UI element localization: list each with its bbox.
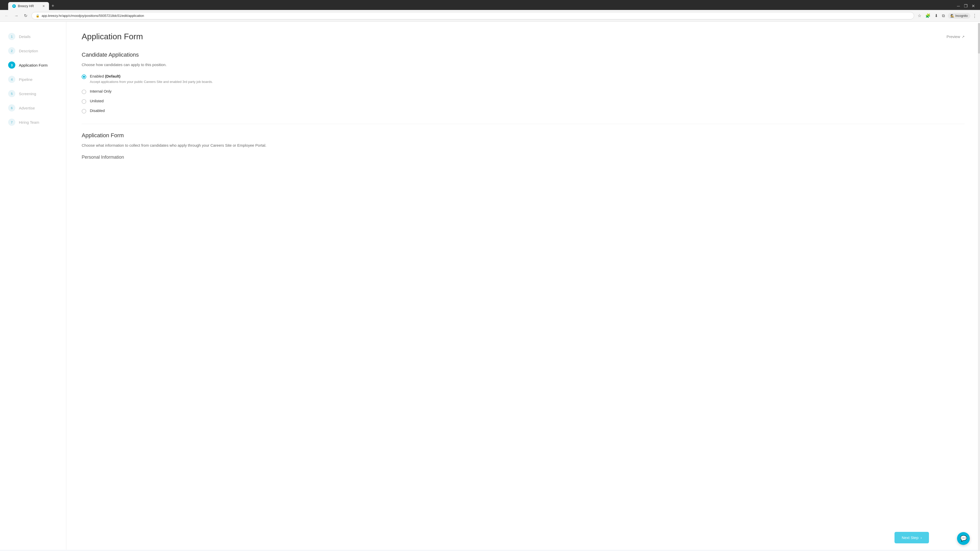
download-button[interactable]: ⬇ [934,12,939,19]
sidebar-item-screening[interactable]: 5 Screening [0,86,66,101]
url-text: app.breezy.hr/app/c/moodjoy/positions/59… [41,14,144,17]
toolbar-icons: ☆ 🧩 ⬇ ⧉ 🕵 Incognito ⋮ [917,12,977,19]
preview-link[interactable]: Preview ↗ [947,35,965,39]
application-form-description: Choose what information to collect from … [82,142,965,148]
chat-button[interactable]: 💬 [957,532,970,545]
minimize-button[interactable]: ─ [957,4,960,8]
split-button[interactable]: ⧉ [941,13,946,19]
radio-enabled[interactable]: Enabled (Default) Accept applications fr… [82,74,965,84]
browser-tab[interactable]: B Breezy HR ✕ [8,2,49,10]
step-num-7: 7 [8,119,15,126]
step-num-6: 6 [8,104,15,111]
tab-label: Breezy HR [18,4,34,8]
radio-unlisted-input[interactable] [82,99,86,104]
browser-toolbar: ← → ↻ 🔒 app.breezy.hr/app/c/moodjoy/posi… [0,10,980,22]
url-bar[interactable]: 🔒 app.breezy.hr/app/c/moodjoy/positions/… [32,12,914,19]
step-num-4: 4 [8,76,15,83]
radio-unlisted-label: Unlisted [90,99,103,103]
sidebar-item-description[interactable]: 2 Description [0,44,66,58]
radio-disabled-main: Disabled [90,108,105,113]
preview-label: Preview [947,35,960,39]
sidebar: 1 Details 2 Description 3 Application Fo… [0,22,66,550]
section-divider [82,124,965,124]
tab-close-button[interactable]: ✕ [42,4,45,8]
sidebar-label-application-form: Application Form [19,63,48,67]
browser-chrome: B Breezy HR ✕ + ─ ❐ ✕ ← → ↻ 🔒 app.breezy… [0,0,980,22]
personal-information-title: Personal Information [82,155,965,160]
default-tag: (Default) [105,74,121,78]
candidate-applications-title: Candidate Applications [82,52,965,58]
radio-unlisted-main: Unlisted [90,99,103,103]
chat-icon: 💬 [960,535,967,542]
radio-enabled-sub: Accept applications from your public Car… [90,79,213,84]
radio-internal-label: Internal Only [90,89,111,94]
sidebar-label-pipeline: Pipeline [19,77,32,82]
step-num-1: 1 [8,33,15,40]
browser-menu-button[interactable]: ⋮ [972,13,977,19]
incognito-badge[interactable]: 🕵 Incognito [948,13,970,19]
window-controls: ─ ❐ ✕ [957,3,978,8]
incognito-label: Incognito [955,14,968,17]
sidebar-label-screening: Screening [19,92,36,96]
extensions-button[interactable]: 🧩 [924,12,932,19]
radio-disabled-label: Disabled [90,108,105,113]
lock-icon: 🔒 [36,14,40,17]
application-form-title: Application Form [82,132,965,139]
browser-tabs-row: B Breezy HR ✕ + ─ ❐ ✕ [0,0,980,10]
restore-button[interactable]: ❐ [964,3,967,8]
step-num-3: 3 [8,62,15,68]
bookmark-button[interactable]: ☆ [917,12,922,19]
back-button[interactable]: ← [3,13,10,19]
sidebar-item-advertise[interactable]: 6 Advertise [0,101,66,115]
step-num-2: 2 [8,47,15,54]
close-window-button[interactable]: ✕ [972,3,975,8]
sidebar-item-hiring-team[interactable]: 7 Hiring Team [0,115,66,129]
incognito-icon: 🕵 [950,14,954,17]
sidebar-label-advertise: Advertise [19,106,35,110]
sidebar-item-application-form[interactable]: 3 Application Form [0,58,66,72]
sidebar-label-hiring-team: Hiring Team [19,120,39,124]
main-content: Application Form Preview ↗ Candidate App… [66,22,980,550]
reload-button[interactable]: ↻ [22,12,29,19]
forward-button[interactable]: → [13,13,20,19]
page-header: Application Form Preview ↗ [82,32,965,41]
tab-favicon: B [12,4,16,8]
radio-disabled[interactable]: Disabled [82,108,965,114]
radio-disabled-input[interactable] [82,109,86,114]
step-num-5: 5 [8,90,15,97]
sidebar-label-details: Details [19,35,30,39]
scrollbar-track[interactable] [978,23,980,550]
external-link-icon: ↗ [962,35,965,39]
next-step-button[interactable]: Next Step › [894,532,929,543]
radio-internal-main: Internal Only [90,89,111,94]
new-tab-button[interactable]: + [49,2,57,10]
radio-internal-input[interactable] [82,89,86,94]
radio-internal[interactable]: Internal Only [82,89,965,94]
radio-enabled-label: Enabled (Default) Accept applications fr… [90,74,213,84]
scrollbar-thumb[interactable] [978,23,980,54]
sidebar-item-pipeline[interactable]: 4 Pipeline [0,72,66,86]
candidate-applications-description: Choose how candidates can apply to this … [82,62,965,68]
next-step-arrow-icon: › [921,535,922,540]
radio-unlisted[interactable]: Unlisted [82,99,965,104]
app-layout: 1 Details 2 Description 3 Application Fo… [0,22,980,550]
page-title: Application Form [82,32,143,41]
candidate-applications-radio-group: Enabled (Default) Accept applications fr… [82,74,965,114]
candidate-applications-section: Candidate Applications Choose how candid… [82,52,965,114]
radio-enabled-main: Enabled (Default) [90,74,213,78]
radio-enabled-input[interactable] [82,75,86,79]
next-step-label: Next Step [902,535,918,540]
sidebar-item-details[interactable]: 1 Details [0,29,66,44]
application-form-section: Application Form Choose what information… [82,132,965,160]
sidebar-label-description: Description [19,49,38,53]
